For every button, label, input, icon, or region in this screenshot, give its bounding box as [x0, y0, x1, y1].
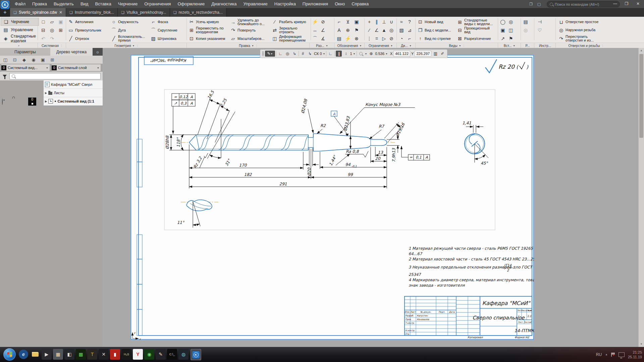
taskbar-app-red-icon[interactable]: ▮ [110, 349, 120, 360]
command-search[interactable]: Поиск по командам (Alt+/) [547, 1, 620, 7]
taskbar-app-x-icon[interactable]: ✕ [99, 349, 109, 360]
tool-rebuild-holes[interactable]: ↷Перестроить отверстия и из... [558, 34, 602, 43]
section-system[interactable]: Системная⋮ [38, 43, 66, 48]
measure-point-icon[interactable]: ? [407, 19, 413, 25]
measure-distance-icon[interactable]: ⌐ [407, 36, 413, 42]
menu-diagnostics[interactable]: Диагностика [208, 0, 240, 8]
tool-chamfer[interactable]: ⌐Фаска [150, 18, 184, 26]
datum-icon[interactable]: ⊻ [345, 19, 351, 25]
measure-curve-icon[interactable]: ≈ [398, 19, 405, 25]
tab-vtulka[interactable]: ❏ Vtulka_perekhodnay... [118, 8, 170, 17]
tool-construction-line[interactable]: ╱Вспомогатель... прямая [111, 34, 148, 43]
concentric-icon[interactable]: ◎ [388, 27, 394, 34]
toolbar-drag-handle[interactable] [262, 51, 264, 56]
tool-view-by-arrow[interactable]: ↑Вид по стрелке [417, 35, 455, 43]
taskbar-cmd-icon[interactable]: C:\_ [167, 349, 177, 360]
tool-rectangle[interactable]: ▭Прямоугольник [68, 26, 109, 34]
save-icon[interactable]: ▣ [58, 19, 64, 25]
nav-standard-parts[interactable]: ◈ Стандартные изделия [1, 34, 38, 43]
menu-file[interactable]: Файл [11, 0, 29, 8]
panel-view-icon[interactable]: ⊡ [11, 56, 18, 63]
insert-object-icon[interactable]: ◎ [508, 19, 514, 25]
scrollbar-thumb[interactable] [639, 54, 643, 138]
tab-sverlo[interactable]: ❏ Sverlo_spiralnoe.cdw ✕ [10, 8, 66, 17]
taskbar-yandex-icon[interactable]: Y [133, 349, 143, 360]
center-mark-icon[interactable]: ⊗ [354, 36, 360, 42]
panel-layer-icon[interactable]: ◆ [21, 56, 28, 63]
layers-indicator-icon[interactable]: ▥ [432, 51, 438, 57]
roughness-icon[interactable]: ⌐ [336, 19, 342, 25]
tab-drawing-tree[interactable]: Дерево чертежа [50, 48, 93, 56]
chevron-down-icon[interactable]: ▼ [323, 53, 325, 55]
new-document-icon[interactable]: □ [40, 19, 46, 25]
tool-external-thread[interactable]: ◎Наружная резьба [558, 25, 602, 35]
screens-icon[interactable]: ▢ [535, 0, 543, 8]
taskbar-calculator-icon[interactable]: ▦ [53, 349, 63, 360]
panel-sheet-icon[interactable]: ◫ [2, 56, 9, 63]
tool-hatch[interactable]: ▨Штриховка [150, 35, 184, 43]
tool-circle[interactable]: ○Окружность [111, 18, 148, 26]
expand-arrow-icon[interactable]: ▶ [45, 92, 47, 95]
zoom-plus-icon[interactable]: ⊕ [368, 51, 374, 57]
taskbar-kompas-icon[interactable]: K [191, 349, 201, 360]
tree-item-sheets[interactable]: ▶ Листы [44, 89, 103, 97]
chevron-down-icon[interactable]: ▼ [385, 53, 388, 55]
vertical-icon[interactable]: ⋮ [366, 36, 372, 42]
snap-angle-button[interactable]: ∥ [336, 51, 342, 57]
eyedropper-icon[interactable]: ✐ [439, 51, 445, 57]
menu-constraints[interactable]: Ограничения [141, 0, 174, 8]
fix-icon[interactable]: ▲ [381, 27, 387, 34]
taskbar-media-icon[interactable]: ▶ [42, 349, 52, 360]
menu-settings[interactable]: Настройка [271, 0, 299, 8]
perpendicular-icon[interactable]: ⊥ [381, 19, 387, 25]
tool-mirror[interactable]: ⇄Зеркально отразить [272, 25, 309, 35]
tool-deform[interactable]: ◫Деформация перемещением [272, 34, 309, 43]
tool-rotate[interactable]: ↷Повернуть [230, 26, 270, 34]
menu-management[interactable]: Управление [240, 0, 271, 8]
filter-icon[interactable] [3, 75, 7, 77]
tab-rezets[interactable]: ❏ rezets_v_reztsederzha... [170, 8, 226, 17]
snap-perpendicular-icon[interactable]: ∟ [277, 51, 283, 57]
chevron-down-icon[interactable]: ▼ [365, 53, 367, 55]
snap-center-icon[interactable]: ◎ [284, 51, 290, 57]
tool-extend[interactable]: →Удлинить до ближайшего о... [230, 17, 270, 27]
taskbar-app-dark1-icon[interactable]: ◧ [64, 349, 74, 360]
tangent-icon[interactable]: ∪ [388, 19, 394, 25]
tool-arc[interactable]: ⌒Дуга [111, 26, 148, 34]
section-dimensions[interactable]: Раз...▼ [309, 43, 334, 48]
freeform-icon[interactable]: ♡ [537, 27, 543, 34]
tool-segment[interactable]: ╱Отрезок [68, 35, 109, 43]
symmetric-icon[interactable]: ⊘ [388, 36, 394, 42]
leader-icon[interactable]: ▣ [354, 19, 360, 25]
measure-angle-icon[interactable]: ⊿ [407, 27, 413, 34]
expand-arrow-icon[interactable]: ▶ [45, 100, 47, 103]
arc-dimension-icon[interactable]: ∡ [320, 36, 326, 42]
text-label-icon[interactable]: A [336, 27, 342, 34]
menu-apps[interactable]: Приложения [299, 0, 331, 8]
tool-view-from-model[interactable]: ❐Вид с модели... [417, 26, 455, 34]
scroll-up-icon[interactable]: ▲ [639, 48, 644, 53]
tab-parameters[interactable]: Параметры [0, 48, 50, 56]
menu-select[interactable]: Выделить [50, 0, 77, 8]
measure-arc-icon[interactable]: ◔ [398, 36, 405, 42]
insert-image-icon[interactable]: ▣ [500, 27, 506, 34]
action-center-flag-icon[interactable] [611, 353, 615, 357]
taskbar-app-green-icon[interactable]: ▩ [76, 349, 86, 360]
tree-item-system-view[interactable]: ▶ ↳ ● Системный вид (1:1 [44, 97, 103, 106]
panel-insert-icon[interactable]: ⊞ [49, 56, 56, 63]
redo-icon[interactable]: ↷ [49, 36, 55, 42]
drill-main-view[interactable] [189, 134, 387, 151]
parallel-icon[interactable]: ∥ [374, 19, 380, 25]
tool-split-curve[interactable]: ∕Разбить кривую [272, 18, 309, 26]
panel-image-icon[interactable]: ▣ [40, 56, 46, 63]
menu-insert[interactable]: Вставка [92, 0, 114, 8]
section-insert[interactable]: Вст...▼ [498, 43, 521, 48]
step-value[interactable]: 1 [350, 52, 352, 56]
language-indicator[interactable]: RU [596, 352, 602, 357]
clock[interactable]: 21:25 25.11.19 [628, 350, 642, 359]
measure-area-icon[interactable]: ▧ [398, 27, 405, 34]
clipboard-check-icon[interactable]: ▤ [523, 19, 529, 25]
tool-copy[interactable]: ⊡Копия указанием [189, 35, 228, 43]
tool-new-view[interactable]: ⊡Новый вид [417, 18, 455, 26]
menu-help[interactable]: Справка [348, 0, 372, 8]
